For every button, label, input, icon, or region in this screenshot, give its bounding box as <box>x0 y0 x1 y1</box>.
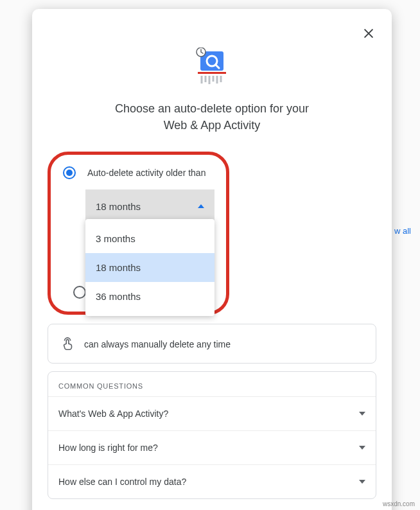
modal-title: Choose an auto-delete option for your We… <box>48 100 376 134</box>
faq-header: COMMON QUESTIONS <box>48 382 376 396</box>
watermark-text: wsxdn.com <box>383 500 415 507</box>
duration-option-18-months[interactable]: 18 months <box>85 253 214 282</box>
chevron-up-icon <box>198 204 204 208</box>
manual-delete-text: can always manually delete any time <box>84 339 231 349</box>
highlight-auto-delete: Auto-delete activity older than 18 month… <box>48 152 229 315</box>
faq-card: COMMON QUESTIONS What's Web & App Activi… <box>48 371 376 499</box>
chevron-down-icon <box>359 446 365 450</box>
duration-selected: 18 months <box>96 201 141 212</box>
close-icon <box>362 27 375 40</box>
tap-icon <box>61 337 75 351</box>
faq-item-how-long[interactable]: How long is right for me? <box>48 430 376 464</box>
chevron-down-icon <box>359 480 365 484</box>
radio-dont-auto-delete[interactable] <box>73 286 86 299</box>
duration-dropdown-menu: 3 months 18 months 36 months <box>85 219 214 316</box>
duration-option-3-months[interactable]: 3 months <box>85 224 214 253</box>
radio-auto-delete[interactable] <box>63 166 76 179</box>
manual-delete-card: can always manually delete any time <box>48 324 376 364</box>
faq-item-label: How else can I control my data? <box>58 477 186 487</box>
title-line-1: Choose an auto-delete option for your <box>115 102 309 115</box>
close-button[interactable] <box>360 24 378 42</box>
option-auto-delete-label: Auto-delete activity older than <box>87 168 206 178</box>
chevron-down-icon <box>359 412 365 416</box>
duration-option-36-months[interactable]: 36 months <box>85 282 214 311</box>
faq-item-label: How long is right for me? <box>58 443 158 453</box>
svg-rect-4 <box>198 72 226 74</box>
faq-item-label: What's Web & App Activity? <box>58 409 168 419</box>
auto-delete-modal: Choose an auto-delete option for your We… <box>32 9 392 510</box>
header-icon <box>191 48 232 87</box>
option-auto-delete[interactable]: Auto-delete activity older than <box>63 166 216 179</box>
faq-item-what-is[interactable]: What's Web & App Activity? <box>48 396 376 430</box>
title-line-2: Web & App Activity <box>164 119 261 132</box>
faq-item-control-data[interactable]: How else can I control my data? <box>48 464 376 498</box>
